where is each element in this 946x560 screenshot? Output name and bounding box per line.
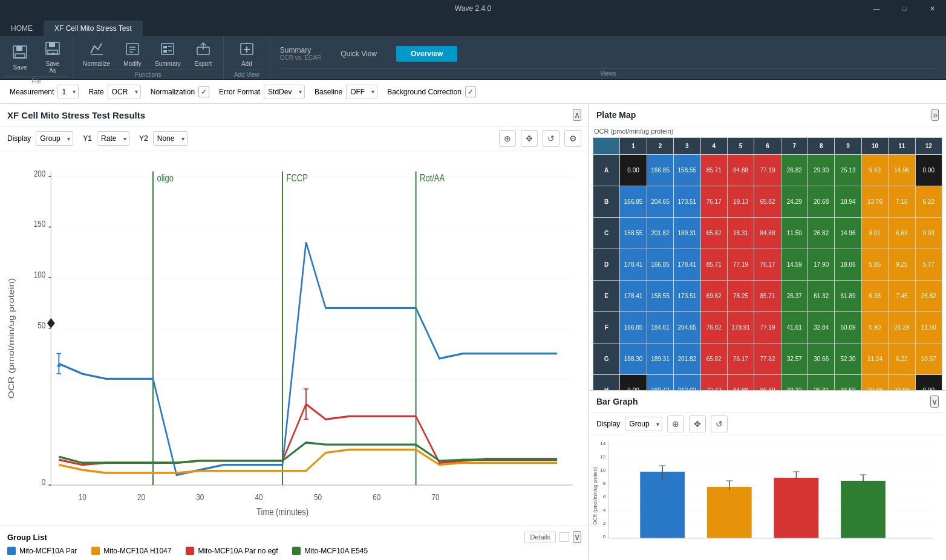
plate-cell-B-9[interactable]: 18.94 — [835, 186, 861, 218]
plate-cell-E-3[interactable]: 173.51 — [674, 281, 700, 312]
plate-cell-C-11[interactable]: 6.63 — [889, 218, 915, 249]
plate-cell-D-2[interactable]: 166.85 — [647, 249, 673, 281]
plate-cell-C-7[interactable]: 11.50 — [781, 218, 807, 249]
modify-button[interactable]: Modify — [117, 39, 148, 70]
plate-cell-H-8[interactable]: 26.31 — [808, 375, 835, 391]
settings-button[interactable]: ⚙ — [564, 130, 581, 147]
quickview-btn[interactable]: Quick View — [341, 50, 377, 58]
plate-cell-D-5[interactable]: 77.19 — [727, 249, 754, 281]
bar-blue[interactable] — [640, 472, 685, 538]
plate-cell-F-5[interactable]: 178.91 — [727, 312, 754, 343]
plate-cell-A-1[interactable]: 0.00 — [620, 155, 647, 186]
bar-red[interactable] — [774, 478, 819, 538]
plate-cell-D-8[interactable]: 17.90 — [808, 249, 835, 281]
measurement-select[interactable]: 1 — [57, 85, 79, 99]
plate-cell-E-8[interactable]: 61.32 — [808, 281, 835, 312]
plate-cell-C-6[interactable]: 84.88 — [754, 218, 781, 249]
plate-cell-H-1[interactable]: 0.00 — [620, 375, 647, 391]
export-button[interactable]: Export — [188, 39, 218, 70]
plate-cell-F-1[interactable]: 166.85 — [620, 312, 647, 343]
plate-cell-C-4[interactable]: 65.82 — [700, 218, 727, 249]
plate-cell-H-3[interactable]: 212.02 — [674, 375, 700, 391]
plate-cell-D-4[interactable]: 85.71 — [700, 249, 727, 281]
plate-cell-F-2[interactable]: 184.61 — [647, 312, 673, 343]
plate-cell-E-5[interactable]: 78.25 — [727, 281, 754, 312]
plate-cell-B-5[interactable]: 19.13 — [727, 186, 754, 218]
plate-cell-B-2[interactable]: 204.65 — [647, 186, 673, 218]
plate-cell-H-12[interactable]: 0.00 — [915, 375, 942, 391]
plate-cell-C-10[interactable]: 8.01 — [861, 218, 888, 249]
plate-cell-B-8[interactable]: 20.68 — [808, 186, 835, 218]
plate-cell-A-8[interactable]: 29.30 — [808, 155, 835, 186]
bar-green[interactable] — [841, 481, 886, 538]
plate-cell-G-5[interactable]: 76.17 — [727, 343, 754, 375]
minimize-button[interactable]: — — [863, 0, 890, 17]
saveas-button[interactable]: A SaveAs — [38, 39, 68, 76]
plate-cell-B-3[interactable]: 173.51 — [674, 186, 700, 218]
plate-cell-F-3[interactable]: 204.65 — [674, 312, 700, 343]
plate-cell-G-6[interactable]: 77.82 — [754, 343, 781, 375]
undo-button[interactable]: ↺ — [543, 130, 559, 147]
plate-cell-F-6[interactable]: 77.19 — [754, 312, 781, 343]
plate-cell-B-10[interactable]: 13.76 — [861, 186, 888, 218]
plate-cell-A-6[interactable]: 77.19 — [754, 155, 781, 186]
plate-cell-G-1[interactable]: 188.30 — [620, 343, 647, 375]
bar-undo-btn[interactable]: ↺ — [711, 415, 728, 432]
details-button[interactable]: Details — [524, 532, 556, 542]
plate-cell-F-12[interactable]: 11.50 — [915, 312, 942, 343]
plate-cell-G-2[interactable]: 189.31 — [647, 343, 673, 375]
plate-cell-F-8[interactable]: 32.84 — [808, 312, 835, 343]
bar-orange[interactable] — [707, 487, 752, 538]
plate-cell-F-11[interactable]: 24.29 — [889, 312, 915, 343]
plate-cell-G-4[interactable]: 65.82 — [700, 343, 727, 375]
plate-cell-E-10[interactable]: 6.38 — [861, 281, 888, 312]
plate-cell-E-9[interactable]: 61.89 — [835, 281, 861, 312]
chart-collapse-btn[interactable]: ∧ — [573, 109, 581, 121]
group-list-collapse-btn[interactable]: ∨ — [573, 531, 581, 543]
tab-xf[interactable]: XF Cell Mito Stress Test — [44, 21, 143, 36]
plate-cell-E-2[interactable]: 158.55 — [647, 281, 673, 312]
display-select[interactable]: Group — [36, 131, 73, 146]
plate-cell-C-9[interactable]: 14.96 — [835, 218, 861, 249]
plate-cell-D-11[interactable]: 9.25 — [889, 249, 915, 281]
plate-cell-H-10[interactable]: 20.48 — [861, 375, 888, 391]
normalization-checkbox[interactable] — [198, 86, 209, 97]
details-checkbox[interactable] — [559, 532, 569, 542]
plate-cell-H-2[interactable]: 160.42 — [647, 375, 673, 391]
plate-cell-E-12[interactable]: 26.82 — [915, 281, 942, 312]
y2-select[interactable]: None — [153, 131, 188, 146]
plate-cell-A-4[interactable]: 85.71 — [700, 155, 727, 186]
plate-cell-F-10[interactable]: 5.90 — [861, 312, 888, 343]
plate-cell-A-11[interactable]: 14.96 — [889, 155, 915, 186]
plate-cell-G-7[interactable]: 32.57 — [781, 343, 807, 375]
plate-cell-D-6[interactable]: 76.17 — [754, 249, 781, 281]
plate-cell-D-3[interactable]: 178.41 — [674, 249, 700, 281]
pan-button[interactable]: ✥ — [521, 130, 538, 147]
error-format-select[interactable]: StdDev — [264, 85, 305, 99]
plate-cell-A-9[interactable]: 25.13 — [835, 155, 861, 186]
plate-cell-C-1[interactable]: 158.55 — [620, 218, 647, 249]
plate-cell-E-7[interactable]: 26.37 — [781, 281, 807, 312]
plate-cell-C-5[interactable]: 18.31 — [727, 218, 754, 249]
plate-cell-G-3[interactable]: 201.82 — [674, 343, 700, 375]
add-button[interactable]: Add — [229, 39, 265, 70]
y1-select[interactable]: Rate — [97, 131, 129, 146]
plate-cell-E-1[interactable]: 178.41 — [620, 281, 647, 312]
plate-cell-G-10[interactable]: 11.24 — [861, 343, 888, 375]
zoom-in-button[interactable]: ⊕ — [499, 130, 516, 147]
baseline-select[interactable]: OFF — [346, 85, 377, 99]
plate-cell-G-12[interactable]: 10.57 — [915, 343, 942, 375]
plate-cell-F-9[interactable]: 50.09 — [835, 312, 861, 343]
plate-cell-A-7[interactable]: 26.82 — [781, 155, 807, 186]
summary-view-btn[interactable]: Summary OCR vs. ECAR — [280, 46, 321, 61]
plate-cell-H-5[interactable]: 84.88 — [727, 375, 754, 391]
bar-graph-collapse-btn[interactable]: ∨ — [930, 396, 939, 408]
plate-cell-B-6[interactable]: 65.82 — [754, 186, 781, 218]
plate-cell-F-4[interactable]: 76.82 — [700, 312, 727, 343]
plate-cell-H-7[interactable]: 39.32 — [781, 375, 807, 391]
plate-cell-B-11[interactable]: 7.18 — [889, 186, 915, 218]
plate-cell-C-8[interactable]: 26.82 — [808, 218, 835, 249]
bar-display-select[interactable]: Group — [625, 417, 662, 431]
plate-cell-A-5[interactable]: 84.88 — [727, 155, 754, 186]
plate-cell-A-3[interactable]: 158.55 — [674, 155, 700, 186]
